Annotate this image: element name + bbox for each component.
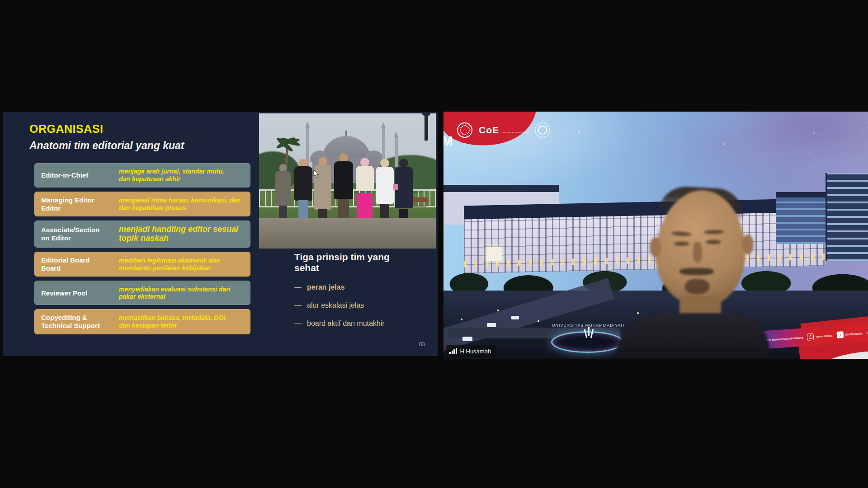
role-row-editor-in-chief: Editor-in-Chief menjaga arah jurnal, sta… xyxy=(34,163,250,188)
accreditation-seal-icon xyxy=(535,122,550,138)
photo-path xyxy=(259,218,436,249)
role-row-editorial-board: Editorial Board Board memberi legitimasi… xyxy=(34,252,250,277)
lamp-post xyxy=(425,113,428,141)
coe-logo: CoE CENTER OF EXCELLENCE xyxy=(479,125,528,135)
tiktok-icon: ♪ xyxy=(836,331,844,338)
partial-umm-letter: M xyxy=(443,133,453,149)
social-tiktok: ♪ UMMkampus xyxy=(836,330,863,338)
role-label: Managing Editor Editor xyxy=(41,196,113,212)
role-label: Copyediting & Technical Support xyxy=(41,314,113,329)
presentation-slide: ORGANISASI Anatomi tim editorial yang ku… xyxy=(3,112,438,356)
slide-subtitle: Anatomi tim editorial yang kuat xyxy=(29,140,184,152)
instagram-icon xyxy=(807,333,814,340)
role-label: Associate/Section on Editor xyxy=(41,226,113,242)
car xyxy=(511,316,519,319)
person-figure xyxy=(395,159,413,221)
campus-gate xyxy=(486,247,502,261)
participant-name-tag: H Husamah xyxy=(446,345,496,357)
slide-page-number: 03 xyxy=(419,341,425,347)
role-label: Editor-in-Chief xyxy=(41,171,113,179)
role-description: menjadi handling editor sesuai topik nas… xyxy=(119,225,245,243)
person-ear xyxy=(650,237,661,257)
role-row-copyediting-support: Copyediting & Technical Support memastik… xyxy=(34,309,250,334)
fountain-roundabout xyxy=(551,331,623,353)
role-label: Editorial Board Board xyxy=(41,256,113,272)
role-label: Reviewer Pool xyxy=(41,289,113,297)
social-instagram: ummcampus xyxy=(807,332,833,340)
person-figure xyxy=(314,157,331,221)
role-description: menyediakan evaluasi substansi dari paka… xyxy=(119,286,245,301)
person-figure xyxy=(334,153,353,221)
dash-bullet: — xyxy=(294,283,302,291)
car xyxy=(462,337,472,341)
person-goatee xyxy=(685,279,709,294)
muhammadiyah-emblem-icon xyxy=(457,122,472,138)
person-mustache xyxy=(679,268,714,275)
meeting-screen: ORGANISASI Anatomi tim editorial yang ku… xyxy=(0,0,868,488)
role-description: menjaga arah jurnal, standar mutu, dan k… xyxy=(119,168,245,183)
principle-item: — alur eskalasi jelas xyxy=(294,301,430,310)
signal-bars-icon xyxy=(449,348,457,354)
mouse-cursor xyxy=(313,169,319,180)
person-figure xyxy=(356,158,374,221)
group-photo-hagia-sophia xyxy=(259,113,436,249)
role-description: memberi legitimasi akademik dan membantu… xyxy=(119,257,245,272)
car xyxy=(487,323,496,327)
person-eye xyxy=(674,242,689,246)
role-row-managing-editor: Managing Editor Editor mengawal ritme ha… xyxy=(34,192,250,216)
person-figure xyxy=(275,164,291,219)
role-description: memastikan bahasa, metadata, DOI, dan ke… xyxy=(119,314,245,329)
role-row-associate-section-editor: Associate/Section on Editor menjadi hand… xyxy=(34,221,250,248)
dash-bullet: — xyxy=(294,319,302,328)
person-ear xyxy=(742,235,754,254)
principles-block: Tiga prinsip tim yang sehat — peran jela… xyxy=(294,252,430,328)
participant-video-tile: UNIVERSITAS MUHAMMADIYAH CoE CENTER OF E… xyxy=(443,112,868,359)
person-figure xyxy=(376,159,394,221)
role-description: mengawal ritme harian, komunikasi, dan d… xyxy=(119,197,245,212)
banner-logos: CoE CENTER OF EXCELLENCE xyxy=(457,122,550,138)
principle-item: — board aktif dan mutakhir xyxy=(294,319,430,328)
campus-tower-building xyxy=(826,173,868,261)
participant-person xyxy=(621,184,763,359)
dash-bullet: — xyxy=(294,301,302,310)
role-row-reviewer-pool: Reviewer Pool menyediakan evaluasi subst… xyxy=(34,281,250,305)
editorial-roles-table: Editor-in-Chief menjaga arah jurnal, sta… xyxy=(34,163,250,334)
person-figure xyxy=(294,159,312,220)
slide-title: ORGANISASI xyxy=(29,122,103,136)
principles-heading: Tiga prinsip tim yang sehat xyxy=(294,252,430,273)
participant-name: H Husamah xyxy=(460,348,491,355)
person-shoulders xyxy=(614,313,769,359)
person-eye xyxy=(706,240,721,244)
person-nose xyxy=(693,242,702,263)
principle-item: — peran jelas xyxy=(294,283,430,291)
social-youtube: YouTube xyxy=(866,328,868,335)
